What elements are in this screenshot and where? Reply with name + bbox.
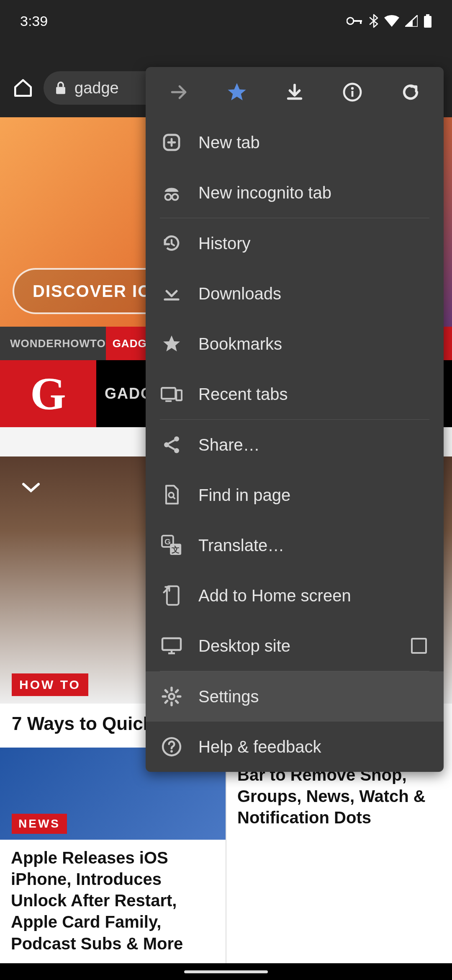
bookmark-button[interactable]	[216, 71, 258, 113]
history-icon	[160, 232, 183, 255]
desktop-icon	[160, 634, 183, 658]
menu-item-label: History	[198, 234, 250, 253]
nav-pill[interactable]	[184, 970, 268, 973]
status-bar: 3:39	[0, 0, 452, 42]
svg-point-26	[170, 750, 173, 753]
menu-item-share[interactable]: Share…	[146, 420, 444, 470]
svg-rect-13	[176, 390, 182, 400]
desktop-site-checkbox[interactable]	[411, 638, 427, 654]
article-col-left[interactable]: NEWS Apple Releases iOS iPhone, Introduc…	[0, 748, 226, 965]
svg-point-24	[169, 694, 174, 699]
svg-point-7	[351, 87, 354, 90]
menu-item-label: Translate…	[198, 536, 284, 555]
menu-item-translate[interactable]: G文 Translate…	[146, 520, 444, 570]
menu-item-history[interactable]: History	[146, 218, 444, 268]
vpn-key-icon	[347, 16, 363, 26]
find-in-page-icon	[160, 483, 183, 507]
menu-item-label: Find in page	[198, 486, 290, 505]
svg-point-11	[172, 194, 178, 200]
svg-rect-4	[424, 16, 431, 28]
reload-button[interactable]	[390, 71, 431, 113]
status-icons	[347, 14, 432, 28]
menu-item-label: Bookmarks	[198, 335, 282, 353]
help-icon	[160, 735, 183, 758]
menu-item-help[interactable]: Help & feedback	[146, 722, 444, 772]
svg-point-14	[174, 436, 179, 441]
translate-icon: G文	[160, 534, 183, 557]
menu-top-actions	[146, 67, 444, 117]
new-tab-icon	[160, 131, 183, 154]
howto-tag: HOW TO	[12, 673, 88, 696]
svg-rect-23	[162, 638, 181, 650]
forward-button[interactable]	[158, 71, 200, 113]
chevron-down-icon[interactable]	[21, 482, 41, 494]
recent-tabs-icon	[160, 382, 183, 406]
svg-rect-8	[352, 91, 354, 97]
menu-item-incognito[interactable]: New incognito tab	[146, 168, 444, 218]
article-headline-left[interactable]: Apple Releases iOS iPhone, Introduces Un…	[0, 840, 226, 962]
news-tag: NEWS	[12, 814, 67, 834]
battery-icon	[424, 14, 432, 28]
page-info-button[interactable]	[331, 71, 373, 113]
svg-rect-12	[162, 388, 175, 399]
menu-item-label: Desktop site	[198, 637, 290, 655]
svg-rect-2	[360, 20, 362, 24]
add-to-home-icon	[160, 584, 183, 607]
svg-text:G: G	[164, 537, 171, 546]
bluetooth-icon	[369, 14, 378, 28]
menu-item-label: Add to Home screen	[198, 586, 351, 605]
menu-item-add-to-home[interactable]: Add to Home screen	[146, 570, 444, 621]
menu-item-label: New incognito tab	[198, 183, 331, 202]
menu-item-recent-tabs[interactable]: Recent tabs	[146, 369, 444, 419]
home-button[interactable]	[13, 77, 33, 98]
menu-item-label: Recent tabs	[198, 385, 288, 404]
svg-text:文: 文	[171, 545, 180, 554]
svg-rect-5	[56, 87, 65, 94]
overflow-menu: New tab New incognito tab History Downlo…	[146, 67, 444, 772]
lock-icon	[54, 81, 67, 95]
menu-item-label: Share…	[198, 436, 260, 454]
article-col-right[interactable]: Bar to Remove Shop, Groups, News, Watch …	[226, 748, 452, 965]
download-button[interactable]	[274, 71, 316, 113]
menu-item-label: Help & feedback	[198, 738, 321, 756]
wifi-icon	[384, 15, 399, 27]
menu-item-label: Downloads	[198, 284, 281, 303]
gear-icon	[160, 685, 183, 708]
svg-point-17	[169, 493, 174, 498]
menu-item-find[interactable]: Find in page	[146, 470, 444, 520]
svg-point-0	[347, 18, 354, 24]
menu-item-label: Settings	[198, 687, 259, 706]
url-text: gadge	[74, 79, 119, 97]
bookmarks-icon	[160, 332, 183, 356]
svg-point-10	[165, 194, 171, 200]
share-icon	[160, 433, 183, 456]
menu-item-new-tab[interactable]: New tab	[146, 117, 444, 168]
svg-rect-3	[426, 14, 429, 16]
svg-point-16	[174, 448, 179, 453]
menu-item-bookmarks[interactable]: Bookmarks	[146, 319, 444, 369]
incognito-icon	[160, 181, 183, 204]
menu-item-settings[interactable]: Settings	[146, 671, 444, 722]
svg-point-15	[164, 442, 169, 447]
nav-tab-wonderhowto[interactable]: WONDERHOWTO	[0, 327, 106, 360]
article-columns: NEWS Apple Releases iOS iPhone, Introduc…	[0, 748, 452, 965]
system-navbar[interactable]	[0, 963, 452, 980]
site-logo[interactable]: G	[0, 360, 96, 427]
downloads-icon	[160, 282, 183, 305]
menu-item-label: New tab	[198, 133, 260, 152]
menu-item-desktop-site[interactable]: Desktop site	[146, 621, 444, 671]
menu-item-downloads[interactable]: Downloads	[146, 268, 444, 319]
signal-icon	[405, 15, 418, 27]
status-time: 3:39	[20, 13, 48, 29]
